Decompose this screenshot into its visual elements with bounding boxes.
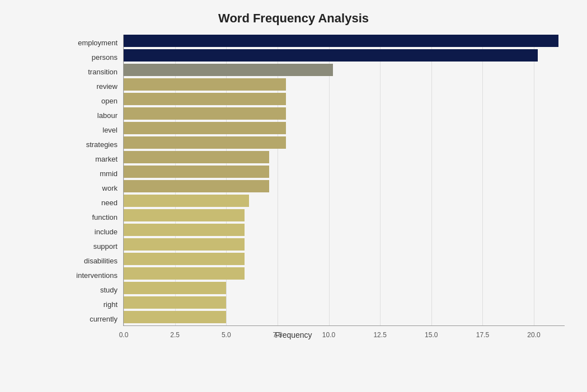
bar-persons: [124, 49, 538, 62]
y-label-mmid: mmid: [57, 168, 118, 180]
x-tick-5: 5.0: [222, 331, 231, 339]
y-label-transition: transition: [57, 66, 118, 78]
y-label-review: review: [57, 81, 118, 93]
y-label-strategies: strategies: [57, 139, 118, 151]
y-label-support: support: [57, 240, 118, 253]
bar-employment: [124, 35, 558, 47]
y-label-function: function: [57, 211, 118, 224]
y-label-currently: currently: [57, 313, 118, 325]
y-label-employment: employment: [57, 37, 118, 49]
y-label-interventions: interventions: [57, 270, 118, 282]
bar-study: [124, 282, 226, 294]
x-tick-2.5: 2.5: [170, 331, 180, 339]
bar-need: [124, 195, 249, 207]
y-label-persons: persons: [57, 51, 118, 64]
x-tick-15: 15.0: [425, 331, 438, 339]
x-tick-0: 0.0: [119, 331, 129, 339]
y-label-level: level: [57, 124, 118, 136]
bar-right: [124, 296, 226, 309]
chart-title: Word Frequency Analysis: [22, 11, 565, 26]
x-tick-7.5: 7.5: [273, 331, 283, 339]
bar-open: [124, 93, 286, 105]
y-label-disabilities: disabilities: [57, 255, 118, 267]
y-label-include: include: [57, 226, 118, 238]
bar-disabilities: [124, 253, 245, 265]
x-tick-12.5: 12.5: [373, 331, 386, 339]
y-label-work: work: [57, 182, 118, 195]
x-tick-10: 10.0: [322, 331, 335, 339]
bar-level: [124, 122, 286, 134]
bar-transition: [124, 64, 333, 76]
bar-market: [124, 151, 269, 163]
y-label-study: study: [57, 284, 118, 296]
chart-container: Word Frequency Analysis 0.02.55.07.510.0…: [0, 0, 587, 392]
bar-strategies: [124, 136, 286, 149]
bar-function: [124, 209, 245, 221]
bar-currently: [124, 311, 226, 323]
bar-work: [124, 180, 269, 192]
y-label-labour: labour: [57, 110, 118, 122]
y-label-open: open: [57, 95, 118, 107]
y-label-right: right: [57, 299, 118, 311]
y-label-market: market: [57, 153, 118, 166]
bar-support: [124, 238, 245, 251]
bar-mmid: [124, 166, 269, 178]
bar-include: [124, 224, 245, 236]
bar-interventions: [124, 267, 245, 280]
bar-review: [124, 78, 286, 91]
y-label-need: need: [57, 197, 118, 209]
bar-labour: [124, 107, 286, 120]
x-tick-17.5: 17.5: [476, 331, 489, 339]
x-tick-20: 20.0: [527, 331, 540, 339]
